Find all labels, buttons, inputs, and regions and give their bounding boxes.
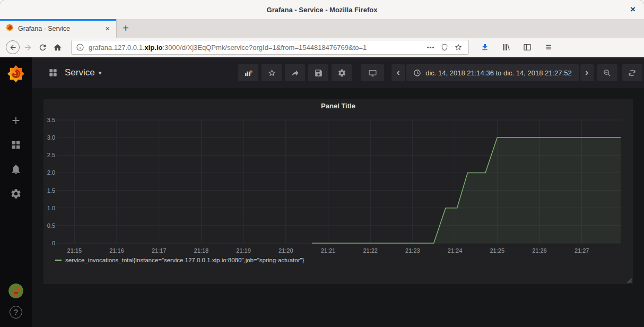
tracking-shield-icon[interactable] bbox=[438, 40, 451, 54]
forward-icon bbox=[23, 43, 32, 52]
legend-item[interactable]: service_invocations_total{instance="serv… bbox=[43, 257, 633, 263]
sidebar-toggle-button[interactable] bbox=[520, 40, 535, 55]
bookmark-star-icon[interactable] bbox=[451, 40, 465, 54]
site-info-icon[interactable] bbox=[76, 43, 84, 51]
plus-icon bbox=[10, 115, 22, 126]
download-icon bbox=[481, 43, 489, 51]
url-bar[interactable]: grafana.127.0.0.1.xip.io:3000/d/Xj3EqQPm… bbox=[71, 40, 469, 55]
window-titlebar: Grafana - Service - Mozilla Firefox × bbox=[0, 0, 644, 19]
sidebar-configuration-button[interactable] bbox=[9, 187, 23, 201]
back-icon bbox=[6, 40, 20, 54]
save-dashboard-button[interactable] bbox=[308, 64, 328, 81]
sidebar-alerting-button[interactable] bbox=[9, 162, 23, 176]
library-icon bbox=[502, 43, 510, 51]
grafana-main: Service ▾ bbox=[32, 57, 644, 327]
sidebar-bottom: ? bbox=[8, 283, 23, 319]
downloads-button[interactable] bbox=[477, 40, 492, 55]
grafana-sidebar: ? bbox=[0, 57, 32, 327]
time-controls: ‹ dic. 14, 2018 21:14:36 to dic. 14, 201… bbox=[391, 64, 642, 81]
add-panel-icon bbox=[244, 68, 253, 78]
sidebar-icon bbox=[523, 43, 532, 51]
dashboard-settings-button[interactable] bbox=[332, 64, 352, 81]
bell-icon bbox=[10, 164, 22, 175]
sidebar-create-button[interactable] bbox=[9, 114, 23, 127]
browser-toolbar: grafana.127.0.0.1.xip.io:3000/d/Xj3EqQPm… bbox=[0, 38, 644, 57]
svg-text:21:26: 21:26 bbox=[532, 247, 547, 254]
cycle-view-mode-button[interactable] bbox=[361, 64, 384, 81]
new-tab-button[interactable]: + bbox=[117, 19, 135, 38]
svg-text:21:18: 21:18 bbox=[194, 247, 209, 254]
dashboard-title[interactable]: Service bbox=[65, 67, 95, 78]
zoom-out-icon bbox=[603, 68, 612, 78]
refresh-button[interactable] bbox=[622, 64, 642, 81]
dashboard-navbar: Service ▾ bbox=[32, 57, 644, 88]
tab-close-icon[interactable]: × bbox=[103, 24, 112, 33]
gear-icon bbox=[337, 68, 346, 78]
gear-icon bbox=[10, 188, 22, 200]
firefox-window: Grafana - Service - Mozilla Firefox × Gr… bbox=[0, 0, 644, 327]
panel-title[interactable]: Panel Title bbox=[43, 99, 633, 113]
svg-text:3.5: 3.5 bbox=[47, 117, 55, 123]
mark-favorite-button[interactable] bbox=[262, 64, 282, 81]
star-icon bbox=[267, 68, 276, 78]
dashboard-actions bbox=[238, 64, 352, 81]
user-avatar[interactable] bbox=[8, 283, 23, 298]
reload-icon bbox=[38, 43, 47, 52]
tv-icon bbox=[368, 68, 377, 78]
time-series-chart[interactable]: 00.51.01.52.02.53.03.521:1521:1621:1721:… bbox=[43, 113, 633, 255]
zoom-out-button[interactable] bbox=[597, 64, 617, 81]
toolbar-right-icons: ≡ bbox=[477, 40, 556, 55]
svg-text:21:17: 21:17 bbox=[152, 247, 167, 254]
window-title: Grafana - Service - Mozilla Firefox bbox=[267, 6, 378, 14]
svg-text:0.5: 0.5 bbox=[47, 222, 55, 229]
grafana-app: ? Service ▾ bbox=[0, 57, 644, 327]
help-button[interactable]: ? bbox=[10, 306, 22, 319]
menu-button[interactable]: ≡ bbox=[541, 40, 556, 55]
tab-favicon-grafana-icon bbox=[5, 23, 14, 34]
save-icon bbox=[314, 68, 323, 78]
refresh-icon bbox=[628, 68, 637, 78]
library-button[interactable] bbox=[499, 40, 514, 55]
window-close-icon[interactable]: × bbox=[627, 4, 639, 15]
tab-bar: Grafana - Service × + bbox=[0, 19, 644, 38]
svg-text:0: 0 bbox=[52, 240, 55, 246]
svg-text:21:19: 21:19 bbox=[236, 247, 251, 254]
time-shift-back-button[interactable]: ‹ bbox=[391, 64, 405, 81]
clock-icon bbox=[413, 69, 421, 77]
sidebar-menu bbox=[9, 114, 23, 201]
svg-text:21:22: 21:22 bbox=[363, 247, 378, 254]
panel-resize-handle[interactable] bbox=[627, 278, 632, 283]
svg-text:2.0: 2.0 bbox=[47, 169, 55, 176]
graph-panel: Panel Title 00.51.01.52.02.53.03.521:152… bbox=[43, 99, 633, 284]
home-icon bbox=[53, 43, 62, 52]
chevron-down-icon[interactable]: ▾ bbox=[99, 70, 102, 76]
dashboard-icon bbox=[48, 67, 58, 78]
tab-grafana-service[interactable]: Grafana - Service × bbox=[0, 19, 117, 38]
legend-series-label: service_invocations_total{instance="serv… bbox=[65, 257, 304, 263]
dashboards-grid-icon bbox=[10, 139, 22, 151]
svg-text:21:15: 21:15 bbox=[67, 247, 82, 254]
svg-text:21:27: 21:27 bbox=[575, 247, 589, 254]
chart-svg[interactable]: 00.51.01.52.02.53.03.521:1521:1621:1721:… bbox=[43, 113, 633, 255]
share-dashboard-button[interactable] bbox=[285, 64, 305, 81]
add-panel-button[interactable] bbox=[238, 64, 258, 81]
url-text[interactable]: grafana.127.0.0.1.xip.io:3000/d/Xj3EqQPm… bbox=[89, 44, 424, 51]
svg-text:21:24: 21:24 bbox=[448, 247, 463, 254]
svg-text:21:20: 21:20 bbox=[279, 247, 293, 254]
back-button[interactable] bbox=[5, 40, 20, 55]
home-button[interactable] bbox=[50, 40, 65, 55]
page-actions-icon[interactable]: ••• bbox=[424, 40, 438, 54]
time-shift-forward-button[interactable]: › bbox=[580, 64, 594, 81]
time-range-picker[interactable]: dic. 14, 2018 21:14:36 to dic. 14, 2018 … bbox=[406, 64, 578, 81]
svg-text:3.0: 3.0 bbox=[47, 134, 55, 141]
share-icon bbox=[291, 68, 300, 78]
forward-button bbox=[20, 40, 35, 55]
svg-text:2.5: 2.5 bbox=[47, 152, 55, 158]
time-range-text: dic. 14, 2018 21:14:36 to dic. 14, 2018 … bbox=[425, 69, 571, 77]
sidebar-dashboards-button[interactable] bbox=[9, 138, 23, 152]
svg-text:21:16: 21:16 bbox=[109, 247, 124, 254]
svg-text:21:25: 21:25 bbox=[490, 247, 505, 254]
reload-button[interactable] bbox=[35, 40, 50, 55]
tab-title: Grafana - Service bbox=[18, 25, 99, 32]
grafana-logo-icon[interactable] bbox=[7, 65, 25, 83]
